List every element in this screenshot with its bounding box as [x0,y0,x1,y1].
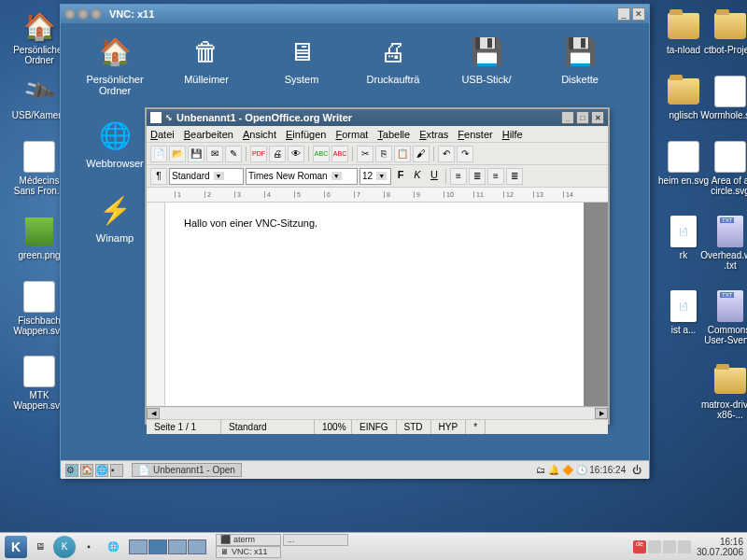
quicklaunch-desktop[interactable]: 🖥 [29,536,51,558]
font-size-combo[interactable]: 12▼ [359,168,391,185]
horizontal-scrollbar[interactable]: ◀ ▶ [147,406,608,419]
document-text[interactable]: Hallo von einer VNC-Sitzung. [184,217,317,229]
window-sticky-btn[interactable] [78,8,89,20]
tray-clipboard-icon[interactable] [648,540,661,553]
scroll-right-button[interactable]: ▶ [595,408,608,419]
remote-terminal-icon[interactable]: ▪ [110,464,123,477]
tray-volume-icon[interactable] [663,540,676,553]
remote-icon-webbrowser[interactable]: 🌐Webbrowser [78,117,152,169]
vertical-ruler[interactable] [147,203,165,406]
pager-2[interactable] [148,539,167,554]
menu-fenster[interactable]: Fenster [458,129,492,140]
undo-button[interactable]: ↶ [438,146,455,162]
tray-network-icon[interactable] [678,540,691,553]
print-preview-button[interactable]: 👁 [288,146,304,162]
icon-label: USB-Stick/ [449,74,524,85]
format-paint-button[interactable]: 🖌 [413,146,430,162]
menu-bearbeiten[interactable]: Bearbeiten [184,129,233,140]
align-right-button[interactable]: ≡ [487,168,504,185]
display-icon[interactable]: 🔶 [562,465,573,475]
desktop-icon-matrox-driver-x86-[interactable]: matrox-driver-x86-... [700,364,747,420]
task-aterm[interactable]: ⬛aterm [216,534,281,546]
desktop-icon-ctbot-projekt[interactable]: ctbot-Projekt [700,9,747,55]
remote-icon-druckauftr-[interactable]: 🖨Druckaufträ [356,33,430,85]
window-shade-btn[interactable] [91,8,102,20]
quicklaunch-home[interactable]: K [53,536,76,558]
file-icon: ◆ [713,75,747,108]
pdf-export-button[interactable]: PDF [250,146,267,162]
remote-icon-pers-nlicher-ordner[interactable]: 🏠Persönlicher Ordner [78,33,152,96]
bold-button[interactable]: F [393,169,408,184]
paste-button[interactable]: 📋 [394,146,411,162]
kde-taskbar: K 🖥 K ▪ 🌐 ⬛aterm ... 🖥VNC: x11 de 16:16 … [0,532,747,560]
desktop-icon-wormhole-svg[interactable]: ◆Wormhole.svg [700,75,747,120]
pager-4[interactable] [188,539,206,554]
k-menu-button[interactable]: K [5,536,27,558]
remote-icon-diskette[interactable]: 💾Diskette [543,33,617,85]
menu-hilfe[interactable]: Hilfe [502,129,523,140]
menu-ansicht[interactable]: Ansicht [243,129,276,140]
print-button[interactable]: 🖨 [269,146,286,162]
klipper-icon[interactable]: 🔔 [548,465,559,475]
desktop-icon-overhead-wiki-txt[interactable]: Overhead.wiki.txt [700,215,747,271]
oo-maximize-button[interactable]: □ [576,111,589,124]
underline-button[interactable]: U [427,169,442,184]
logout-icon[interactable]: ⏻ [632,465,641,475]
desktop-icon-area-of-a-circle-svg[interactable]: ◆Area of a circle.svg [700,140,747,196]
quicklaunch-terminal[interactable]: ▪ [78,536,100,558]
redo-button[interactable]: ↷ [457,146,473,162]
edit-button[interactable]: ✎ [225,146,242,162]
copy-button[interactable]: ⎘ [375,146,392,162]
remote-home-icon[interactable]: 🏠 [80,464,93,477]
status-insert[interactable]: EINFG [352,420,397,434]
vnc-titlebar[interactable]: VNC: x11 _ ✕ [61,5,649,23]
status-zoom[interactable]: 100% [315,420,352,434]
new-doc-button[interactable]: 📄 [150,146,167,162]
close-button[interactable]: ✕ [632,7,645,21]
align-left-button[interactable]: ≡ [450,168,467,185]
menu-tabelle[interactable]: Tabelle [377,129,410,140]
oo-close-button[interactable]: ✕ [591,111,604,124]
vnc-remote-desktop: 🏠Persönlicher Ordner🗑Mülleimer🖥System🖨Dr… [61,23,649,460]
cut-button[interactable]: ✂ [357,146,374,162]
clock-icon[interactable]: 🕓 [576,465,587,475]
align-justify-button[interactable]: ≣ [506,168,523,185]
menu-format[interactable]: Format [335,129,368,140]
task-vnc[interactable]: 🖥VNC: x11 [216,546,281,558]
scroll-left-button[interactable]: ◀ [147,408,160,419]
window-menu-btn[interactable] [64,8,76,20]
spellcheck-button[interactable]: ABC [313,146,330,162]
oo-minimize-button[interactable]: _ [561,111,574,124]
minimize-button[interactable]: _ [617,7,630,21]
horizontal-ruler[interactable]: 1234567891011121314 [147,188,608,203]
remote-icon-winamp[interactable]: ⚡Winamp [78,191,152,244]
task-other[interactable]: ... [283,534,348,546]
save-button[interactable]: 💾 [188,146,204,162]
remote-start-button[interactable]: ⚙ [65,464,78,477]
menu-einfügen[interactable]: Einfügen [286,129,326,140]
pager-1[interactable] [129,539,148,554]
remote-icon-system[interactable]: 🖥System [264,33,339,85]
styles-button[interactable]: ¶ [150,168,167,185]
oo-titlebar[interactable]: ⤡ Unbenannt1 - OpenOffice.org Writer _ □… [147,109,608,126]
italic-button[interactable]: K [410,169,425,184]
pager-3[interactable] [168,539,187,554]
remote-browser-icon[interactable]: 🌐 [95,464,108,477]
auto-spellcheck-button[interactable]: ABC [331,146,348,162]
menu-extras[interactable]: Extras [419,129,448,140]
open-button[interactable]: 📂 [169,146,186,162]
quicklaunch-browser[interactable]: 🌐 [102,536,124,558]
kde-clock[interactable]: 16:16 30.07.2006 [697,537,743,557]
remote-icon-m-lleimer[interactable]: 🗑Mülleimer [169,33,244,85]
align-center-button[interactable]: ≣ [469,168,486,185]
paragraph-style-combo[interactable]: Standard▼ [169,168,244,185]
document-page[interactable]: Hallo von einer VNC-Sitzung. [165,203,584,406]
tray-keyboard-icon[interactable]: de [633,540,646,553]
remote-task-button[interactable]: 📄 Unbenannt1 - Open [132,463,242,477]
remote-icon-usb-stick-[interactable]: 💾USB-Stick/ [449,33,524,85]
desktop-icon-commons-user-sven-[interactable]: Commons: User-Sven... [700,289,747,345]
menu-datei[interactable]: Datei [150,129,175,140]
volume-icon[interactable]: 🗂 [536,465,545,475]
email-button[interactable]: ✉ [206,146,223,162]
font-name-combo[interactable]: Times New Roman▼ [246,168,358,185]
